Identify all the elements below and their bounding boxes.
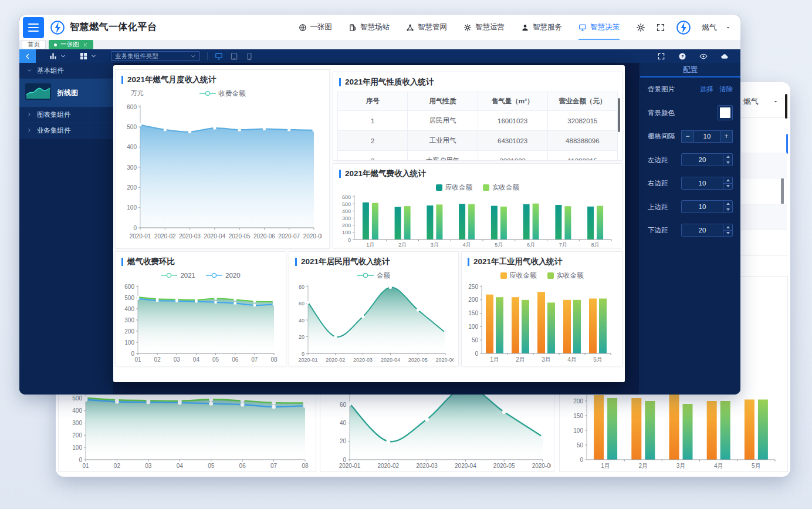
config-label: 上边距 [648, 203, 668, 211]
config-grid-gap-increase-button[interactable]: + [720, 130, 733, 143]
user-menu[interactable]: 燃气 [702, 22, 731, 33]
user-avatar[interactable] [676, 20, 691, 35]
sidebar-group-header[interactable]: 图表集组件 [19, 107, 113, 123]
tab-home[interactable]: 首页 [22, 40, 46, 49]
config-margin-top-value[interactable]: 10 [682, 201, 723, 213]
tablet-preview-icon[interactable] [230, 52, 238, 60]
chart-legend: 金额 [289, 269, 458, 282]
legend-item[interactable]: 实收金额 [483, 183, 519, 192]
table-row[interactable]: 1居民用气1600102332082015 [338, 111, 618, 131]
svg-text:200: 200 [342, 223, 351, 228]
svg-text:08: 08 [302, 463, 309, 469]
config-fields: 背景图片选择清除背景颜色栅格间隔−10+左边距20右边距10上边距10下边距20 [640, 77, 740, 242]
table-row [741, 204, 787, 230]
svg-text:2020-08: 2020-08 [303, 233, 322, 240]
scrollbar[interactable] [785, 94, 787, 119]
close-tab-icon[interactable] [83, 42, 88, 48]
nav-item-gear[interactable]: 智慧运营 [463, 15, 505, 40]
tab-one-map[interactable]: 一张图 [49, 40, 93, 49]
config-margin-left-spinner[interactable] [723, 154, 732, 166]
chart-components-menu[interactable] [49, 52, 66, 60]
legend-item[interactable]: 实收金额 [547, 271, 584, 280]
sidebar-group-label: 图表集组件 [37, 110, 71, 119]
components-sidebar: 基本组件折线图图表集组件业务集组件 [19, 63, 113, 395]
svg-text:150: 150 [468, 310, 478, 316]
dashboard-canvas: 2021年燃气月度收入统计 万元收费金额 0100200300400500600… [113, 63, 640, 395]
settings-gear-icon[interactable] [636, 23, 645, 32]
legend-item[interactable]: 收费金额 [199, 89, 246, 98]
resident-income-chart: 0204060802020-012020-022020-032020-04202… [289, 282, 458, 366]
legend-item[interactable]: 应收金额 [500, 271, 537, 280]
table-row[interactable]: 3大客户用气300102311082015 [338, 151, 618, 161]
svg-text:2020-02: 2020-02 [377, 463, 399, 469]
background-user-dropdown[interactable]: 燃气 [743, 96, 779, 107]
config-panel-title: 配置 [640, 63, 740, 77]
sidebar-group-header[interactable]: 业务集组件 [19, 123, 113, 139]
config-grid-gap-value[interactable]: 10 [694, 130, 720, 143]
config-panel: 配置 背景图片选择清除背景颜色栅格间隔−10+左边距20右边距10上边距10下边… [640, 63, 740, 395]
card-title: 2021年燃气月度收入统计 [127, 75, 216, 85]
widget-components-menu[interactable] [79, 52, 97, 60]
collapse-sidebar-button[interactable] [19, 49, 36, 63]
config-bg-image-action-1[interactable]: 清除 [719, 86, 733, 93]
legend-item[interactable]: 2020 [206, 272, 241, 279]
sidebar-group-header[interactable]: 基本组件 [19, 63, 113, 79]
fullscreen-icon[interactable] [657, 52, 665, 60]
gear-icon [463, 23, 472, 32]
svg-text:0: 0 [133, 225, 137, 231]
config-margin-bottom-value[interactable]: 20 [682, 224, 723, 236]
legend-item[interactable]: 2021 [161, 272, 195, 279]
svg-text:0: 0 [580, 457, 583, 463]
nav-item-station[interactable]: 智慧场站 [349, 15, 390, 40]
table-row [741, 153, 787, 178]
legend-item[interactable]: 应收金额 [436, 183, 472, 192]
svg-text:2020-05: 2020-05 [493, 463, 515, 469]
hamburger-menu-button[interactable] [23, 17, 44, 38]
config-margin-right-value[interactable]: 10 [682, 177, 723, 189]
legend-label: 应收金额 [445, 183, 472, 192]
sidebar-item-line-chart[interactable]: 折线图 [19, 79, 113, 107]
svg-text:03: 03 [174, 356, 181, 363]
preview-eye-icon[interactable] [699, 52, 708, 60]
svg-text:500: 500 [342, 201, 351, 207]
table-scrollbar[interactable] [618, 98, 620, 132]
config-bg-image-action-0[interactable]: 选择 [700, 86, 713, 93]
config-margin-bottom-spinner[interactable] [723, 224, 732, 236]
phone-preview-icon[interactable] [245, 52, 253, 60]
component-type-select[interactable]: 业务集组件类型 [111, 51, 200, 61]
svg-text:200: 200 [573, 398, 583, 404]
svg-text:2020-04: 2020-04 [381, 357, 400, 363]
config-bg-color-swatch[interactable] [718, 105, 733, 120]
axis-unit-label: 万元 [131, 89, 144, 97]
resident-income-chart-replica: 0204060802020-012020-022020-032020-04202… [325, 382, 551, 474]
table-header-cell: 售气量（m³） [478, 92, 547, 111]
table-cell: 1 [338, 111, 408, 131]
help-icon[interactable]: ? [678, 52, 686, 60]
table-cell: 32082015 [547, 111, 617, 131]
svg-text:500: 500 [72, 395, 82, 402]
config-grid-gap-decrease-button[interactable]: − [681, 130, 694, 143]
fullscreen-icon[interactable] [656, 23, 665, 32]
svg-text:2月: 2月 [639, 463, 648, 469]
publish-cloud-icon[interactable] [720, 52, 729, 60]
chevron-down-icon [26, 68, 32, 73]
config-label: 右边距 [648, 179, 668, 188]
svg-text:100: 100 [342, 230, 351, 235]
card-title: 2021年燃气费收入统计 [345, 168, 426, 179]
svg-text:3月: 3月 [431, 242, 439, 248]
legend-item[interactable]: 金额 [357, 271, 390, 280]
industry-income-card: 2021年工业用气收入统计 应收金额实收金额 0501001502002501月… [461, 251, 622, 366]
config-margin-right-spinner[interactable] [723, 177, 732, 189]
desktop-preview-icon[interactable] [215, 52, 223, 60]
nav-item-user[interactable]: 智慧服务 [521, 15, 562, 40]
svg-text:05: 05 [208, 463, 215, 469]
config-margin-left-value[interactable]: 20 [682, 154, 723, 166]
nav-item-label: 一张图 [310, 22, 333, 32]
nav-item-globe[interactable]: 一张图 [299, 15, 333, 40]
svg-text:600: 600 [124, 284, 134, 290]
nav-item-network[interactable]: 智慧管网 [406, 15, 447, 40]
nav-item-monitor[interactable]: 智慧决策 [578, 15, 620, 40]
config-row-margin-bottom: 下边距20 [640, 218, 740, 242]
config-margin-top-spinner[interactable] [723, 201, 732, 213]
table-row[interactable]: 2工业用气64301023488388096 [338, 131, 618, 151]
